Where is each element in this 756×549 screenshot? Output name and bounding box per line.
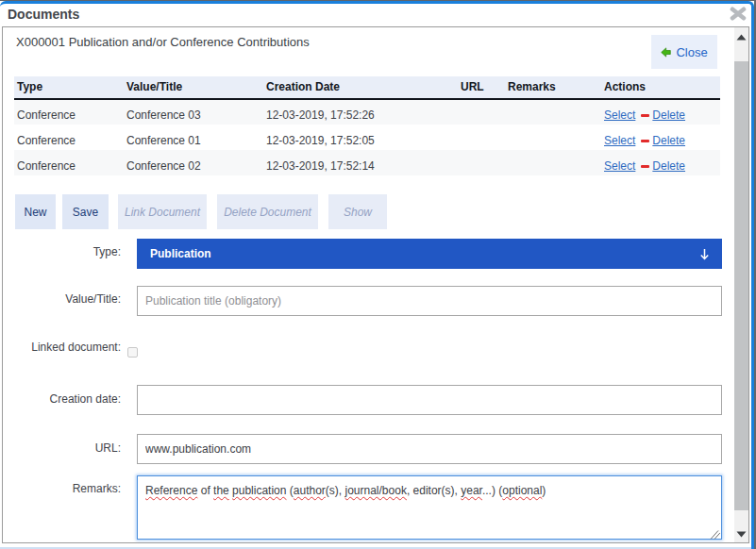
misspelled-word: year — [461, 484, 482, 497]
value-title-label: Value/Title: — [0, 292, 121, 306]
remarks-label: Remarks: — [0, 482, 121, 495]
textarea-resize-handle[interactable] — [710, 530, 720, 540]
cell-remarks — [505, 99, 601, 125]
delete-link[interactable]: Delete — [652, 134, 685, 147]
scrollbar-thumb[interactable] — [734, 61, 748, 510]
save-button[interactable]: Save — [62, 194, 109, 229]
remarks-text-segment: ...) ( — [482, 484, 502, 497]
cell-url — [458, 99, 505, 125]
cell-url — [458, 125, 505, 150]
scrollbar-down-arrow[interactable] — [734, 530, 748, 539]
misspelled-word: author — [294, 484, 326, 497]
remarks-text: Reference of the publication (author(s),… — [145, 484, 546, 497]
table-row: ConferenceConference 0312-03-2019, 17:52… — [14, 99, 720, 125]
table-row: ConferenceConference 0212-03-2019, 17:52… — [14, 150, 720, 175]
url-input[interactable] — [137, 434, 722, 464]
delete-link[interactable]: Delete — [652, 159, 685, 173]
cell-value-title: Conference 03 — [124, 99, 263, 125]
scrollbar-up-arrow[interactable] — [734, 33, 748, 42]
dialog-close-icon[interactable] — [730, 7, 747, 21]
misspelled-word: publication — [232, 484, 286, 497]
table-header-row: Type Value/Title Creation Date URL Remar… — [14, 76, 720, 99]
cell-url — [458, 150, 505, 175]
select-link[interactable]: Select — [604, 134, 635, 147]
page-background-top-edge — [0, 0, 756, 1]
value-title-input[interactable] — [137, 286, 722, 316]
new-button[interactable]: New — [15, 194, 56, 229]
column-header-actions: Actions — [601, 76, 720, 99]
remarks-text-segment: , editor(s), — [407, 484, 461, 497]
table-row: ConferenceConference 0112-03-2019, 17:52… — [14, 125, 720, 150]
remarks-text-segment: ) — [542, 484, 546, 497]
misspelled-word: optional — [502, 484, 542, 497]
column-header-remarks: Remarks — [505, 76, 601, 99]
cell-actions: SelectDelete — [601, 150, 720, 175]
cell-type: Conference — [14, 150, 124, 175]
misspelled-word: Reference — [145, 484, 197, 497]
cell-actions: SelectDelete — [601, 125, 720, 150]
link-document-button[interactable]: Link Document — [118, 194, 207, 229]
document-heading: X000001 Publication and/or Conference Co… — [16, 35, 310, 49]
close-button[interactable]: Close — [651, 35, 717, 69]
remarks-text-segment: ( — [286, 484, 293, 497]
cell-remarks — [505, 125, 601, 150]
green-back-arrow-icon — [661, 47, 671, 58]
remarks-text-segment: of — [197, 484, 213, 497]
type-dropdown[interactable]: Publication — [137, 239, 722, 269]
linked-document-label: Linked document: — [0, 341, 121, 354]
cell-value-title: Conference 02 — [124, 150, 263, 175]
column-header-value-title: Value/Title — [124, 76, 263, 99]
dropdown-arrow-icon — [700, 248, 709, 260]
delete-document-button[interactable]: Delete Document — [217, 194, 318, 229]
creation-date-label: Creation date: — [0, 392, 121, 406]
linked-document-checkbox[interactable] — [127, 347, 138, 358]
cell-creation-date: 12-03-2019, 17:52:05 — [263, 125, 458, 150]
delete-link[interactable]: Delete — [652, 108, 685, 122]
cell-remarks — [505, 150, 601, 175]
delete-minus-icon — [641, 140, 649, 142]
cell-creation-date: 12-03-2019, 17:52:26 — [263, 99, 458, 125]
column-header-creation-date: Creation Date — [263, 76, 458, 99]
cell-actions: SelectDelete — [601, 99, 720, 125]
type-label: Type: — [0, 245, 121, 258]
cell-type: Conference — [14, 125, 124, 150]
misspelled-word: the — [213, 484, 229, 497]
select-link[interactable]: Select — [604, 108, 635, 122]
type-dropdown-value: Publication — [137, 247, 700, 260]
show-button[interactable]: Show — [328, 194, 387, 229]
column-header-type: Type — [14, 76, 124, 99]
delete-minus-icon — [641, 114, 649, 117]
dialog-title: Documents — [8, 7, 79, 22]
creation-date-input[interactable] — [137, 385, 722, 415]
remarks-text-segment: (s), — [326, 484, 345, 497]
cell-creation-date: 12-03-2019, 17:52:14 — [263, 150, 458, 175]
documents-table: Type Value/Title Creation Date URL Remar… — [14, 76, 720, 175]
remarks-textarea[interactable]: Reference of the publication (author(s),… — [137, 475, 722, 540]
cell-value-title: Conference 01 — [124, 125, 263, 150]
url-label: URL: — [0, 441, 121, 455]
cell-type: Conference — [14, 99, 124, 125]
column-header-url: URL — [458, 76, 505, 99]
select-link[interactable]: Select — [604, 159, 635, 173]
misspelled-word: journal/book — [345, 484, 407, 497]
delete-minus-icon — [641, 165, 649, 168]
close-button-label: Close — [676, 45, 707, 59]
